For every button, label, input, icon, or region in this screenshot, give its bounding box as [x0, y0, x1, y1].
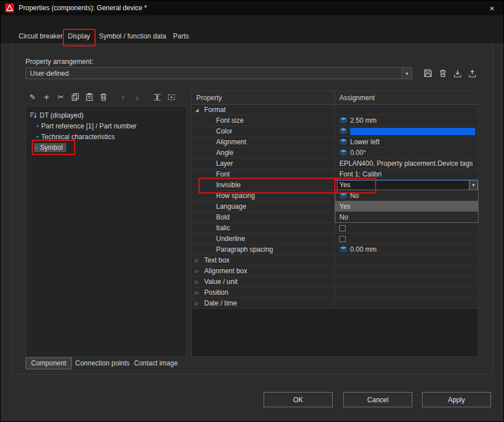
window-title: Properties (components): General device …	[19, 4, 147, 12]
layer-icon	[339, 139, 347, 145]
delete-scheme-button[interactable]	[437, 67, 449, 79]
apply-button[interactable]: Apply	[422, 392, 491, 407]
property-label: Bold	[216, 213, 230, 221]
expander-collapsed-icon[interactable]: ▷	[195, 290, 204, 295]
expander-collapsed-icon[interactable]: ▷	[195, 269, 204, 274]
expander-expanded-icon[interactable]: ◢	[195, 107, 204, 113]
tab-parts[interactable]: Parts	[172, 29, 190, 44]
tree-item-part-reference[interactable]: ● Part reference [1] / Part number	[26, 120, 187, 131]
row-italic[interactable]: Italic	[192, 223, 478, 234]
property-label: Position	[204, 288, 229, 296]
invisible-combo-value: Yes	[335, 181, 469, 189]
dropdown-option-no[interactable]: No	[335, 212, 478, 222]
bullet-icon: ●	[36, 134, 39, 139]
chevron-down-icon[interactable]: ▾	[402, 68, 412, 79]
row-angle[interactable]: Angle 0.00°	[192, 148, 478, 158]
dropdown-option-layer-no[interactable]: No	[335, 190, 478, 201]
import-scheme-button[interactable]	[451, 67, 463, 79]
eplan-logo-icon	[5, 3, 14, 12]
expander-collapsed-icon[interactable]: ▷	[195, 301, 204, 306]
copy-icon[interactable]	[68, 91, 82, 104]
row-font-size[interactable]: Font size 2.50 mm	[192, 115, 478, 126]
tab-symbol-function-data[interactable]: Symbol / function data	[98, 29, 167, 44]
row-alignment[interactable]: Alignment Lower left	[192, 137, 478, 148]
row-alignment-box[interactable]: ▷Alignment box	[192, 266, 478, 277]
expander-collapsed-icon[interactable]: ▷	[195, 258, 204, 263]
ok-button[interactable]: OK	[264, 392, 333, 407]
tab-circuit-breaker[interactable]: Circuit breaker	[18, 29, 64, 44]
paste-icon[interactable]	[82, 91, 96, 104]
property-label: Value / unit	[204, 278, 238, 286]
property-label: Paragraph spacing	[216, 246, 273, 253]
property-table: Property Assignment ◢Format Font size 2.…	[191, 91, 479, 357]
tree-selection-highlight: ● Symbol	[34, 143, 66, 152]
property-label: Format	[204, 106, 226, 114]
assignment-value: Font 1: Calibri	[339, 170, 382, 178]
property-label: Underline	[216, 235, 245, 243]
row-layer[interactable]: Layer EPLAN400, Property placement.Devic…	[192, 158, 478, 169]
save-scheme-button[interactable]	[422, 67, 434, 79]
row-format[interactable]: ◢Format	[192, 105, 478, 115]
row-value-unit[interactable]: ▷Value / unit	[192, 277, 478, 287]
column-header-assignment[interactable]: Assignment	[335, 94, 478, 102]
tree-item-label: Symbol	[40, 144, 63, 152]
row-underline[interactable]: Underline	[192, 234, 478, 244]
property-label: Font	[216, 170, 230, 178]
tree-root-label: DT (displayed)	[40, 111, 84, 119]
add-icon[interactable]: +	[40, 91, 54, 104]
property-arrangement-value: User-defined	[26, 70, 402, 77]
expander-collapsed-icon[interactable]: ▷	[195, 279, 204, 285]
tree-root-dt[interactable]: DT (displayed)	[26, 110, 187, 120]
layer-icon	[339, 192, 347, 199]
bottom-tab-connection-points[interactable]: Connection points	[75, 358, 130, 369]
property-label: Date / time	[204, 299, 237, 307]
tree-item-technical-characteristics[interactable]: ● Technical characteristics	[26, 131, 187, 142]
text-frame-icon[interactable]	[164, 91, 178, 104]
table-header: Property Assignment	[192, 91, 478, 105]
row-color[interactable]: Color	[192, 126, 478, 137]
close-icon[interactable]: ×	[486, 2, 498, 14]
assignment-value: Lower left	[350, 138, 380, 146]
assignment-value: 2.50 mm	[350, 117, 377, 124]
assignment-value: 0.00 mm	[350, 246, 377, 253]
column-header-property[interactable]: Property	[192, 91, 335, 104]
cancel-button[interactable]: Cancel	[343, 392, 412, 407]
row-text-box[interactable]: ▷Text box	[192, 255, 478, 266]
invisible-combo[interactable]: Yes ▾	[335, 180, 478, 190]
property-label: Italic	[216, 224, 230, 232]
tree-item-label: Technical characteristics	[41, 133, 115, 141]
sort-icon	[29, 111, 37, 119]
property-label: Color	[216, 127, 232, 135]
delete-icon[interactable]	[96, 91, 110, 104]
layer-icon	[339, 128, 347, 135]
combo-dropdown-icon[interactable]: ▾	[469, 180, 477, 190]
row-font[interactable]: Font Font 1: Calibri	[192, 169, 478, 180]
property-arrangement-combo[interactable]: User-defined ▾	[25, 67, 412, 79]
row-position[interactable]: ▷Position	[192, 287, 478, 298]
italic-checkbox[interactable]	[339, 225, 346, 231]
cut-icon[interactable]: ✂	[54, 91, 68, 104]
dropdown-option-yes[interactable]: Yes	[335, 201, 478, 212]
property-label: Font size	[216, 117, 244, 124]
line-spacing-icon[interactable]	[150, 91, 164, 104]
invisible-dropdown-list: No Yes No	[335, 190, 479, 223]
assignment-value: EPLAN400, Property placement.Device tags	[339, 160, 473, 167]
tree-item-symbol[interactable]: ● Symbol	[26, 142, 187, 153]
tab-display[interactable]: Display	[67, 29, 91, 44]
bottom-tab-contact-image[interactable]: Contact image	[134, 358, 178, 369]
bottom-tab-component[interactable]: Component	[25, 358, 72, 369]
property-arrangement-label: Property arrangement:	[25, 58, 93, 66]
title-bar: Properties (components): General device …	[1, 1, 503, 15]
property-label: Layer	[216, 160, 233, 167]
layer-icon	[339, 246, 347, 253]
move-up-icon[interactable]: ↑	[116, 91, 130, 104]
row-paragraph-spacing[interactable]: Paragraph spacing 0.00 mm	[192, 244, 478, 255]
move-down-icon[interactable]: ↓	[130, 91, 144, 104]
property-label: Angle	[216, 149, 234, 157]
row-date-time[interactable]: ▷Date / time	[192, 298, 478, 309]
underline-checkbox[interactable]	[339, 236, 346, 242]
bullet-icon: ●	[35, 145, 38, 150]
export-scheme-button[interactable]	[466, 67, 478, 79]
edit-icon[interactable]: ✎	[25, 91, 40, 104]
color-swatch[interactable]	[350, 128, 475, 135]
